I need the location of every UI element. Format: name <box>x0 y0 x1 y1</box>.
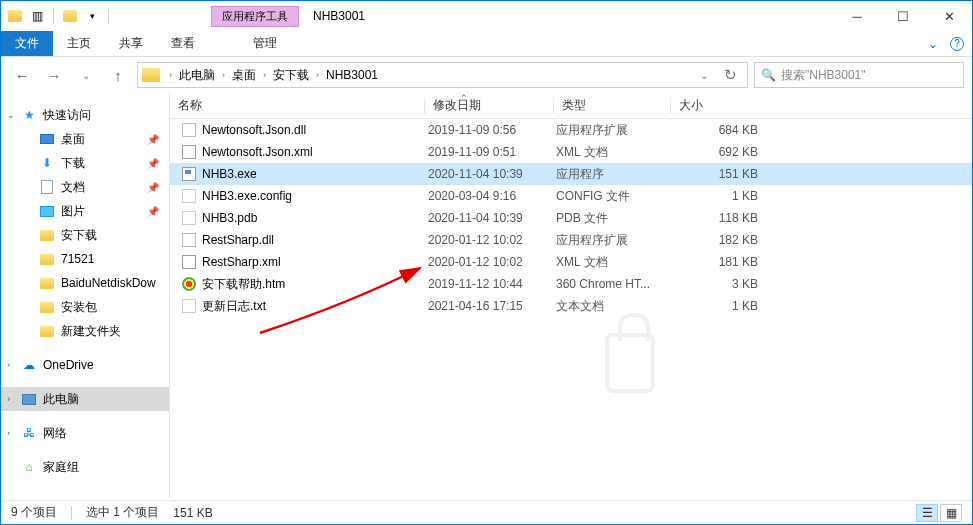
chevron-right-icon[interactable]: › <box>166 70 175 80</box>
chevron-right-icon[interactable]: › <box>260 70 269 80</box>
nav-desktop[interactable]: 桌面📌 <box>1 127 169 151</box>
ribbon-file-tab[interactable]: 文件 <box>1 31 53 56</box>
view-icons-button[interactable]: ▦ <box>940 504 962 522</box>
file-icon <box>182 277 196 291</box>
file-date: 2020-11-04 10:39 <box>428 211 556 225</box>
column-date[interactable]: 修改日期 <box>425 93 553 118</box>
file-name: NHB3.exe.config <box>202 189 292 203</box>
column-name[interactable]: 名称 <box>170 93 424 118</box>
file-date: 2019-11-12 10:44 <box>428 277 556 291</box>
column-size[interactable]: 大小 <box>671 93 761 118</box>
address-field[interactable]: › 此电脑› 桌面› 安下载› NHB3001 ⌄ ↻ <box>137 62 748 88</box>
column-headers: ⌃ 名称 修改日期 类型 大小 <box>170 93 972 119</box>
file-row[interactable]: Newtonsoft.Json.xml2019-11-09 0:51XML 文档… <box>170 141 972 163</box>
divider <box>108 8 109 24</box>
file-name: Newtonsoft.Json.dll <box>202 123 306 137</box>
file-icon <box>182 167 196 181</box>
file-row[interactable]: NHB3.pdb2020-11-04 10:39PDB 文件118 KB <box>170 207 972 229</box>
expand-icon[interactable]: › <box>7 360 10 370</box>
contextual-tab[interactable]: 应用程序工具 <box>211 6 299 27</box>
pin-icon: 📌 <box>147 182 159 193</box>
file-row[interactable]: Newtonsoft.Json.dll2019-11-09 0:56应用程序扩展… <box>170 119 972 141</box>
ribbon-expand-icon[interactable]: ⌄ <box>928 37 938 51</box>
breadcrumb-segment[interactable]: 桌面 <box>228 67 260 84</box>
watermark <box>550 323 710 403</box>
nav-recent-dropdown[interactable]: ⌄ <box>73 62 99 88</box>
file-name: 安下载帮助.htm <box>202 276 285 293</box>
sort-indicator-icon: ⌃ <box>460 93 468 103</box>
nav-folder-71521[interactable]: 71521 <box>1 247 169 271</box>
expand-icon[interactable]: › <box>7 394 10 404</box>
search-placeholder: 搜索"NHB3001" <box>781 67 866 84</box>
close-button[interactable]: ✕ <box>926 1 972 31</box>
file-type: XML 文档 <box>556 144 672 161</box>
nav-folder-anzhuang[interactable]: 安装包 <box>1 295 169 319</box>
file-row[interactable]: 更新日志.txt2021-04-16 17:15文本文档1 KB <box>170 295 972 317</box>
file-size: 118 KB <box>672 211 758 225</box>
ribbon-tab-home[interactable]: 主页 <box>53 31 105 56</box>
file-name: NHB3.pdb <box>202 211 257 225</box>
qat-properties-icon[interactable]: ▥ <box>29 8 45 24</box>
file-row[interactable]: RestSharp.dll2020-01-12 10:02应用程序扩展182 K… <box>170 229 972 251</box>
file-row[interactable]: RestSharp.xml2020-01-12 10:02XML 文档181 K… <box>170 251 972 273</box>
nav-up-button[interactable]: ↑ <box>105 62 131 88</box>
pin-icon: 📌 <box>147 134 159 145</box>
nav-pictures[interactable]: 图片📌 <box>1 199 169 223</box>
file-icon <box>182 123 196 137</box>
file-row[interactable]: NHB3.exe.config2020-03-04 9:16CONFIG 文件1… <box>170 185 972 207</box>
navigation-pane: ⌄★快速访问 桌面📌 ⬇下载📌 文档📌 图片📌 安下载 71521 BaiduN… <box>1 93 169 498</box>
minimize-button[interactable]: ─ <box>834 1 880 31</box>
file-size: 181 KB <box>672 255 758 269</box>
chevron-right-icon[interactable]: › <box>219 70 228 80</box>
nav-onedrive[interactable]: ›☁OneDrive <box>1 353 169 377</box>
chevron-right-icon[interactable]: › <box>313 70 322 80</box>
breadcrumb-segment[interactable]: NHB3001 <box>322 68 382 82</box>
help-icon[interactable]: ? <box>950 37 964 51</box>
file-type: 应用程序 <box>556 166 672 183</box>
refresh-button[interactable]: ↻ <box>717 62 743 88</box>
qat-newfolder-icon[interactable] <box>62 8 78 24</box>
search-input[interactable]: 🔍 搜索"NHB3001" <box>754 62 964 88</box>
file-row[interactable]: 安下载帮助.htm2019-11-12 10:44360 Chrome HT..… <box>170 273 972 295</box>
breadcrumb-segment[interactable]: 安下载 <box>269 67 313 84</box>
view-details-button[interactable]: ☰ <box>916 504 938 522</box>
breadcrumb-segment[interactable]: 此电脑 <box>175 67 219 84</box>
nav-back-button[interactable]: ← <box>9 62 35 88</box>
nav-homegroup[interactable]: ⌂家庭组 <box>1 455 169 479</box>
qat-dropdown-icon[interactable]: ▾ <box>84 8 100 24</box>
folder-icon <box>39 275 55 291</box>
nav-folder-baidu[interactable]: BaiduNetdiskDow <box>1 271 169 295</box>
cloud-icon: ☁ <box>21 357 37 373</box>
file-name: NHB3.exe <box>202 167 257 181</box>
expand-icon[interactable]: › <box>7 428 10 438</box>
file-type: 文本文档 <box>556 298 672 315</box>
ribbon-tab-share[interactable]: 共享 <box>105 31 157 56</box>
address-bar: ← → ⌄ ↑ › 此电脑› 桌面› 安下载› NHB3001 ⌄ ↻ 🔍 搜索… <box>1 57 972 93</box>
file-type: 360 Chrome HT... <box>556 277 672 291</box>
file-icon <box>182 299 196 313</box>
pictures-icon <box>39 203 55 219</box>
nav-folder-new[interactable]: 新建文件夹 <box>1 319 169 343</box>
nav-network[interactable]: ›🖧网络 <box>1 421 169 445</box>
divider <box>53 8 54 24</box>
download-icon: ⬇ <box>39 155 55 171</box>
maximize-button[interactable]: ☐ <box>880 1 926 31</box>
homegroup-icon: ⌂ <box>21 459 37 475</box>
file-date: 2019-11-09 0:51 <box>428 145 556 159</box>
title-bar: ▥ ▾ 应用程序工具 NHB3001 ─ ☐ ✕ <box>1 1 972 31</box>
nav-this-pc[interactable]: ›此电脑 <box>1 387 169 411</box>
ribbon-tab-manage[interactable]: 管理 <box>239 31 291 56</box>
file-name: RestSharp.dll <box>202 233 274 247</box>
ribbon-tab-view[interactable]: 查看 <box>157 31 209 56</box>
folder-icon <box>7 8 23 24</box>
file-icon <box>182 145 196 159</box>
nav-documents[interactable]: 文档📌 <box>1 175 169 199</box>
nav-folder-anxiazai[interactable]: 安下载 <box>1 223 169 247</box>
expand-icon[interactable]: ⌄ <box>7 110 15 120</box>
file-row[interactable]: NHB3.exe2020-11-04 10:39应用程序151 KB <box>170 163 972 185</box>
nav-downloads[interactable]: ⬇下载📌 <box>1 151 169 175</box>
address-dropdown-button[interactable]: ⌄ <box>691 62 717 88</box>
column-type[interactable]: 类型 <box>554 93 670 118</box>
nav-quick-access[interactable]: ⌄★快速访问 <box>1 103 169 127</box>
nav-forward-button[interactable]: → <box>41 62 67 88</box>
